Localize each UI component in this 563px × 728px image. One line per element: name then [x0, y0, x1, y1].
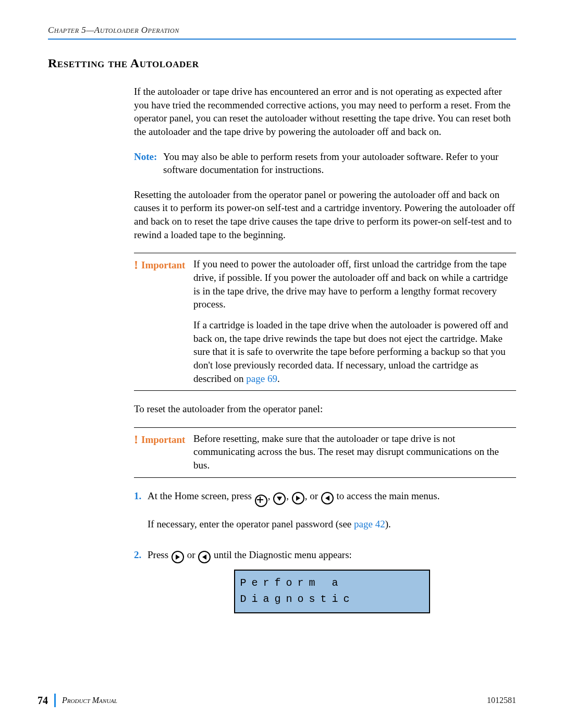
right-arrow-icon [172, 551, 184, 563]
important-word-2: Important [141, 433, 185, 447]
section-title: Resetting the Autoloader [48, 56, 516, 70]
step-2: 2. Press or until the Diagnostic menu ap… [134, 548, 516, 613]
plus-nav-icon [255, 495, 267, 507]
step1-pwd-b: ). [385, 519, 391, 529]
exclamation-icon: ! [134, 433, 138, 446]
important2-text: Before resetting, make sure that the aut… [193, 432, 516, 472]
step-1: 1. At the Home screen, press , , , or to… [134, 489, 516, 541]
left-arrow-icon [321, 492, 334, 504]
step1-comma2: , [286, 490, 291, 501]
important-callout-1: ! Important If you need to power the aut… [134, 253, 516, 391]
important1-p2b: . [277, 373, 280, 384]
step-list: 1. At the Home screen, press , , , or to… [134, 489, 516, 614]
step1-comma1: , [268, 490, 273, 501]
footer-divider [54, 694, 56, 707]
footer-title: Product Manual [62, 696, 117, 705]
lcd-display: Perform a Diagnostic [234, 570, 430, 613]
header-rule [48, 39, 516, 40]
publication-id: 1012581 [487, 696, 516, 705]
lcd-line-1: Perform a [240, 577, 344, 589]
step1-pwd-a: If necessary, enter the operator panel p… [148, 519, 354, 529]
page-number: 74 [38, 695, 48, 707]
body-column: If the autoloader or tape drive has enco… [134, 85, 516, 478]
running-header: Chapter 5—Autoloader Operation [48, 25, 516, 39]
step-number-1: 1. [134, 489, 148, 541]
note-label: Note: [134, 150, 163, 177]
important1-p2: If a cartridge is loaded in the tape dri… [193, 318, 516, 385]
important-body-1: If you need to power the autoloader off,… [193, 257, 516, 385]
page-footer: 74 Product Manual 1012581 [0, 694, 563, 710]
step-1-body: At the Home screen, press , , , or to ac… [148, 489, 516, 541]
step2-tail: until the Diagnostic menu appears: [211, 549, 352, 560]
note-text: You may also be able to perform resets f… [163, 150, 516, 177]
paragraph-selftest: Resetting the autoloader from the operat… [134, 188, 516, 242]
note-block: Note: You may also be able to perform re… [134, 150, 516, 177]
step2-text-a: Press [148, 549, 171, 560]
paragraph-to-reset: To reset the autoloader from the operato… [134, 402, 516, 416]
xref-page-42[interactable]: page 42 [354, 519, 385, 529]
important-label-2: ! Important [134, 432, 193, 472]
exclamation-icon: ! [134, 258, 138, 271]
page: Chapter 5—Autoloader Operation Resetting… [0, 0, 563, 728]
right-arrow-icon [292, 492, 304, 504]
lcd-display-wrap: Perform a Diagnostic [148, 570, 516, 613]
step-2-body: Press or until the Diagnostic menu appea… [148, 548, 516, 613]
important-word-1: Important [141, 258, 185, 272]
intro-paragraph: If the autoloader or tape drive has enco… [134, 85, 516, 139]
down-arrow-icon [273, 492, 286, 505]
important-body-2: Before resetting, make sure that the aut… [193, 432, 516, 472]
important-callout-2: ! Important Before resetting, make sure … [134, 427, 516, 478]
important-label-1: ! Important [134, 257, 193, 385]
step2-or: or [185, 549, 198, 560]
step-number-2: 2. [134, 548, 148, 613]
important1-p2a: If a cartridge is loaded in the tape dri… [193, 319, 508, 384]
lcd-line-2: Diagnostic [240, 593, 355, 605]
xref-page-69[interactable]: page 69 [246, 373, 277, 384]
important1-p1: If you need to power the autoloader off,… [193, 257, 516, 311]
left-arrow-icon [198, 551, 211, 563]
step1-text-a: At the Home screen, press [148, 490, 254, 501]
step1-tail: to access the main menus. [334, 490, 440, 501]
step1-or: , or [305, 490, 321, 501]
